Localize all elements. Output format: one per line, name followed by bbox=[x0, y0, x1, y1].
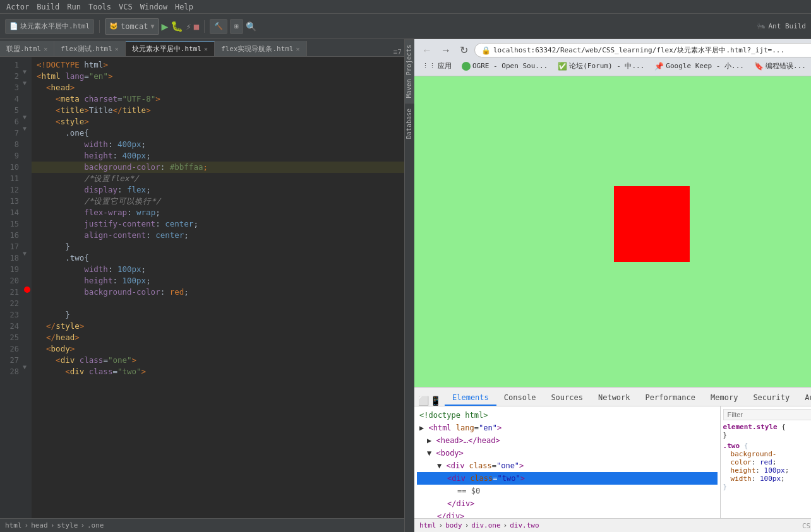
toolbar: 📄 块元素水平居中.html 🐱 tomcat ▼ ▶ 🐛 ⚡ ■ 🔨 ⊞ 🔍 … bbox=[0, 14, 811, 39]
two-style-rule: .two { background- color: red; height: 1… bbox=[723, 442, 811, 491]
file-tab[interactable]: 📄 块元素水平居中.html bbox=[5, 19, 94, 34]
nav-forward[interactable]: → bbox=[438, 44, 454, 57]
tab-0-label: 联盟.html bbox=[6, 44, 41, 54]
dt-tab-performance[interactable]: Performance bbox=[638, 391, 703, 406]
nav-back[interactable]: ← bbox=[419, 44, 435, 57]
bookmarks-bar: ⋮⋮ 应用 OGRE - Open Sou... ✅ 论坛(Forum) - 中… bbox=[419, 60, 811, 72]
bookmark-ogre[interactable]: OGRE - Open Sou... bbox=[459, 61, 550, 72]
code-line-10: background-color: #bbffaa; bbox=[32, 162, 404, 173]
code-line-18: .two{ bbox=[32, 252, 404, 264]
csdn-watermark: CSDN @bug附体 bbox=[802, 521, 811, 531]
bc-sep1: › bbox=[25, 521, 29, 529]
bookmark-apps[interactable]: ⋮⋮ 应用 bbox=[419, 60, 454, 72]
bc-style[interactable]: style bbox=[57, 521, 78, 529]
bc-head[interactable]: head bbox=[31, 521, 48, 529]
dom-panel[interactable]: <!doctype html> ▶ <html lang="en"> ▶ <he… bbox=[414, 406, 720, 518]
dt-tab-security[interactable]: Security bbox=[745, 391, 797, 406]
dt-tab-elements[interactable]: Elements bbox=[445, 391, 496, 406]
dom-bc-body[interactable]: body bbox=[445, 521, 462, 529]
code-line-24: </style> bbox=[32, 321, 404, 332]
dom-bc-divtwo[interactable]: div.two bbox=[510, 521, 539, 529]
menu-tools[interactable]: Tools bbox=[85, 3, 115, 11]
dropdown-icon: ▼ bbox=[150, 23, 154, 30]
styles-filter-input[interactable] bbox=[723, 409, 811, 420]
address-bar[interactable]: 🔒 localhost:63342/React/web/CSS_learning… bbox=[474, 43, 811, 57]
dt-tab-network[interactable]: Network bbox=[591, 391, 638, 406]
inspect-icon[interactable]: ⬜ bbox=[418, 396, 429, 406]
menu-help[interactable]: Help bbox=[171, 3, 197, 11]
bookmark-forum[interactable]: ✅ 论坛(Forum) - 中... bbox=[555, 60, 647, 72]
tab-2-close[interactable]: ✕ bbox=[204, 45, 208, 52]
device-icon[interactable]: 📱 bbox=[430, 396, 441, 406]
grid-btn[interactable]: ⊞ bbox=[230, 19, 243, 34]
tab-1-close[interactable]: ✕ bbox=[115, 45, 119, 52]
dt-tab-console[interactable]: Console bbox=[496, 391, 544, 406]
red-box bbox=[614, 186, 690, 262]
stop-button[interactable]: ■ bbox=[194, 21, 199, 32]
dt-tab-audits[interactable]: Audits bbox=[797, 391, 811, 406]
database-tab[interactable]: Database bbox=[405, 103, 414, 144]
tab-0[interactable]: 联盟.html ✕ bbox=[0, 41, 54, 56]
bookmark-keep[interactable]: 📌 Google Keep - 小... bbox=[652, 60, 747, 72]
dom-div-two[interactable]: <div class="two"> bbox=[417, 472, 718, 485]
coverage-button[interactable]: ⚡ bbox=[186, 21, 191, 32]
tomcat-icon: 🐱 bbox=[109, 22, 118, 30]
dom-doctype[interactable]: <!doctype html> bbox=[417, 409, 718, 422]
code-line-25: </head> bbox=[32, 332, 404, 343]
bookmark-ogre-label: OGRE - Open Sou... bbox=[472, 62, 548, 70]
menu-build[interactable]: Build bbox=[33, 3, 63, 11]
menu-actor[interactable]: Actor bbox=[3, 3, 33, 11]
tab-3-close[interactable]: ✕ bbox=[296, 45, 300, 52]
tab-3[interactable]: flex实现导航条.html ✕ bbox=[215, 41, 307, 56]
dom-bc-sep3: › bbox=[503, 521, 508, 529]
debug-button[interactable]: 🐛 bbox=[171, 20, 183, 32]
menu-vcs[interactable]: VCS bbox=[115, 3, 136, 11]
tabs-overflow[interactable]: ≡7 bbox=[391, 48, 404, 56]
maven-projects-tab[interactable]: Maven Projects bbox=[405, 39, 414, 103]
dom-div-one[interactable]: ▼ <div class="one"> bbox=[417, 459, 718, 472]
bookmark-coding[interactable]: 🔖 编程错误... bbox=[752, 60, 808, 72]
ant-build-label: 🐜 Ant Build bbox=[757, 22, 806, 30]
devtools-panel: ⬜ 📱 Elements Console Sources Network Per… bbox=[414, 387, 811, 532]
dom-body[interactable]: ▼ <body> bbox=[417, 447, 718, 459]
code-line-19: width: 100px; bbox=[32, 264, 404, 275]
menu-window[interactable]: Window bbox=[136, 3, 171, 11]
dt-tab-sources[interactable]: Sources bbox=[543, 391, 591, 406]
code-line-8: width: 400px; bbox=[32, 139, 404, 150]
browser-viewport bbox=[414, 76, 811, 387]
code-line-12: display: flex; bbox=[32, 184, 404, 196]
dom-bc-html[interactable]: html bbox=[419, 521, 436, 529]
editor-body: 12345 678910 1112131415 1617181920 21222… bbox=[0, 57, 404, 518]
editor-tabs: 联盟.html ✕ flex测试.html ✕ 块元素水平居中.html ✕ f… bbox=[0, 39, 404, 57]
code-line-2: <html lang="en"> bbox=[32, 71, 404, 82]
editor-breadcrumb: html › head › style › .one bbox=[0, 518, 404, 532]
dom-html[interactable]: ▶ <html lang="en"> bbox=[417, 422, 718, 434]
nav-reload[interactable]: ↻ bbox=[457, 43, 471, 57]
dom-div-two-close[interactable]: </div> bbox=[417, 497, 718, 510]
run-button[interactable]: ▶ bbox=[162, 20, 169, 33]
tab-1[interactable]: flex测试.html ✕ bbox=[54, 41, 126, 56]
build-btn[interactable]: 🔨 bbox=[210, 19, 227, 34]
code-line-13: /*设置它可以换行*/ bbox=[32, 196, 404, 207]
tab-2[interactable]: 块元素水平居中.html ✕ bbox=[126, 41, 215, 56]
dom-head[interactable]: ▶ <head>…</head> bbox=[417, 434, 718, 447]
run-config-btn[interactable]: 🐱 tomcat ▼ bbox=[105, 18, 159, 35]
code-line-21: background-color: red; bbox=[32, 287, 404, 298]
menu-run[interactable]: Run bbox=[63, 3, 85, 11]
dom-bc-divone[interactable]: div.one bbox=[471, 521, 500, 529]
dom-equals-0[interactable]: == $0 bbox=[417, 485, 718, 497]
code-line-11: /*设置flex*/ bbox=[32, 173, 404, 184]
bookmark-keep-label: Google Keep - 小... bbox=[666, 61, 744, 71]
main-content: 联盟.html ✕ flex测试.html ✕ 块元素水平居中.html ✕ f… bbox=[0, 39, 811, 532]
code-editor[interactable]: <!DOCTYPE html> <html lang="en"> <head> … bbox=[32, 57, 404, 518]
code-line-17: } bbox=[32, 241, 404, 252]
bc-one[interactable]: .one bbox=[87, 521, 104, 529]
devtools-tabs: ⬜ 📱 Elements Console Sources Network Per… bbox=[414, 387, 811, 406]
dt-tab-memory[interactable]: Memory bbox=[703, 391, 745, 406]
menu-bar: Actor Build Run Tools VCS Window Help bbox=[0, 0, 811, 14]
tab-0-close[interactable]: ✕ bbox=[44, 45, 47, 52]
search-button[interactable]: 🔍 bbox=[246, 21, 256, 32]
dom-div-one-close[interactable]: </div> bbox=[417, 510, 718, 518]
bc-html[interactable]: html bbox=[5, 521, 22, 529]
ssl-icon: 🔒 bbox=[481, 46, 491, 55]
